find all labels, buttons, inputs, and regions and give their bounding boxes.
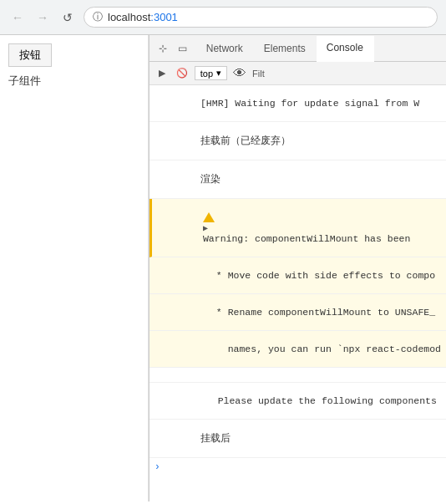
- tab-console[interactable]: Console: [317, 36, 374, 62]
- console-warning-line: ▶ Warning: componentWillMount has been: [150, 199, 446, 257]
- button-component[interactable]: 按钮: [8, 43, 52, 67]
- context-label: top: [200, 69, 213, 79]
- main-area: 按钮 子组件 ⊹ ▭ Network Elements Console ▶ 🚫 …: [0, 35, 446, 501]
- console-toolbar: ▶ 🚫 top ▾ 👁 Filt: [150, 62, 446, 85]
- devtools-tabs: ⊹ ▭ Network Elements Console: [150, 35, 446, 62]
- clear-icon[interactable]: 🚫: [175, 66, 190, 81]
- tab-network[interactable]: Network: [196, 35, 254, 61]
- reload-icon: ↺: [63, 11, 73, 24]
- console-warning-detail: * Rename componentWillMount to UNSAFE_: [150, 294, 446, 331]
- device-icon[interactable]: ▭: [175, 40, 191, 57]
- address-text: localhost:3001: [108, 11, 178, 23]
- back-button[interactable]: ←: [8, 8, 27, 27]
- console-line: 挂载后: [150, 420, 446, 458]
- console-warning-detail: * Move code with side effects to compo: [150, 257, 446, 294]
- console-output: [HMR] Waiting for update signal from W 挂…: [150, 85, 446, 501]
- browser-toolbar: ← → ↺ ⓘ localhost:3001: [0, 0, 446, 34]
- expand-arrow-icon[interactable]: ▶: [203, 223, 208, 233]
- console-warning-detail: names, you can run `npx react-codemod: [150, 331, 446, 368]
- lock-icon: ⓘ: [93, 10, 103, 24]
- warning-triangle-icon: [203, 212, 215, 222]
- back-icon: ←: [12, 11, 23, 24]
- warning-detail-text: * Move code with side effects to compo: [210, 270, 435, 281]
- console-line: [HMR] Waiting for update signal from W: [150, 85, 446, 122]
- console-line-text: 挂载前（已经废弃）: [200, 135, 291, 145]
- execute-icon[interactable]: ▶: [155, 66, 170, 81]
- browser-chrome: ← → ↺ ⓘ localhost:3001: [0, 0, 446, 35]
- page-area: 按钮 子组件: [0, 35, 149, 501]
- console-line: 渲染: [150, 160, 446, 199]
- console-line: [150, 368, 446, 383]
- forward-button[interactable]: →: [33, 8, 52, 27]
- cursor-icon[interactable]: ⊹: [155, 40, 171, 57]
- eye-icon[interactable]: 👁: [232, 66, 247, 81]
- console-line-text: [HMR] Waiting for update signal from W: [200, 98, 419, 109]
- forward-icon: →: [37, 11, 48, 24]
- console-line: 挂载前（已经废弃）: [150, 122, 446, 160]
- filter-label: Filt: [252, 69, 265, 79]
- prompt-arrow-icon: ›: [155, 461, 160, 473]
- console-line-text: Please update the following components: [200, 395, 437, 406]
- reload-button[interactable]: ↺: [58, 8, 77, 27]
- console-prompt[interactable]: ›: [150, 458, 446, 476]
- chevron-down-icon: ▾: [216, 68, 221, 79]
- address-bar[interactable]: ⓘ localhost:3001: [84, 7, 438, 28]
- context-select[interactable]: top ▾: [195, 66, 227, 80]
- devtools-tab-icons: ⊹ ▭: [150, 40, 196, 57]
- devtools-panel: ⊹ ▭ Network Elements Console ▶ 🚫 top ▾ 👁…: [149, 35, 446, 501]
- warning-text: Warning: componentWillMount has been: [203, 233, 410, 244]
- console-line-text: 渲染: [200, 174, 220, 184]
- console-line-text: 挂载后: [200, 433, 231, 443]
- warning-detail-text: names, you can run `npx react-codemod: [210, 344, 441, 354]
- warning-detail-text: * Rename componentWillMount to UNSAFE_: [210, 307, 435, 318]
- tab-elements[interactable]: Elements: [254, 35, 317, 61]
- child-component-label: 子组件: [8, 74, 139, 89]
- console-line: Please update the following components: [150, 383, 446, 420]
